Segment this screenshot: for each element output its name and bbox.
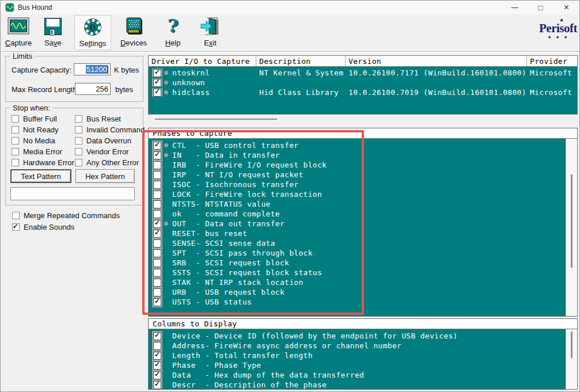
phase-row[interactable]: ✓ CTL - USB control transfer <box>149 140 566 150</box>
phase-checkbox[interactable]: ✓ <box>153 298 161 306</box>
column-row[interactable]: ✓ Phase - Phase Type <box>149 360 566 370</box>
column-checkbox[interactable]: ✓ <box>153 342 161 350</box>
phase-checkbox[interactable]: ✓ <box>153 171 161 179</box>
enable-sounds-checkbox[interactable]: ✓ Enable Sounds <box>12 222 74 233</box>
phase-checkbox[interactable]: ✓ <box>153 269 161 277</box>
columns-scrollbar-thumb[interactable] <box>571 332 573 358</box>
phase-row[interactable]: ✓ IRB - FireWire I/O request block <box>149 160 566 170</box>
devices-button[interactable]: Devices <box>115 15 153 50</box>
phase-checkbox[interactable]: ✓ <box>153 151 161 159</box>
phase-checkbox[interactable]: ✓ <box>153 288 161 296</box>
phase-checkbox[interactable]: ✓ <box>153 230 161 238</box>
phase-checkbox[interactable]: ✓ <box>153 220 161 228</box>
col-description[interactable]: Description <box>256 56 346 66</box>
driver-checkbox[interactable]: ✓ <box>153 89 161 97</box>
phase-row[interactable]: ✓ LOCK - FireWire lock transaction <box>149 189 566 199</box>
phase-row[interactable]: ✓ SRB - SCSI request block <box>149 258 566 268</box>
phase-checkbox[interactable]: ✓ <box>153 249 161 257</box>
capture-button[interactable]: Capture <box>2 15 35 50</box>
stop-when-checkbox-row[interactable]: ✓ Vendor Error <box>75 146 145 157</box>
stop-when-checkbox-row[interactable]: ✓ Buffer Full <box>12 113 74 124</box>
stop-when-checkbox-row[interactable]: ✓ No Media <box>12 135 74 146</box>
exit-door-icon <box>199 15 221 38</box>
col-version[interactable]: Version <box>346 56 527 66</box>
phase-checkbox[interactable]: ✓ <box>153 239 161 248</box>
phase-row[interactable]: ✓ SPT - SCSI pass through block <box>149 248 566 258</box>
svg-text:0: 0 <box>90 22 96 33</box>
phase-checkbox[interactable]: ✓ <box>153 210 161 218</box>
driver-row[interactable]: ✓ ntoskrnl NT Kernel & System 10.0.26100… <box>149 68 577 78</box>
help-button[interactable]: ? ? Help <box>157 15 188 50</box>
col-driver-io[interactable]: Driver I/O to Capture <box>149 56 256 66</box>
stop-when-checkbox-row[interactable]: ✓ Data Overrun <box>75 135 145 146</box>
column-checkbox[interactable]: ✓ <box>153 381 161 389</box>
columns-list: ✓ Device - Device ID (followed by the en… <box>149 331 566 390</box>
phase-row[interactable]: ✓ IRP - NT I/O request packet <box>149 170 566 180</box>
merge-repeated-commands-checkbox[interactable]: ✓ Merge Repeated Commands <box>12 210 120 221</box>
driver-dot-icon <box>164 90 168 94</box>
logo-star-icon: ★ <box>559 17 564 23</box>
columns-vscrollbar[interactable] <box>566 329 577 390</box>
exit-label: Exit <box>204 39 217 47</box>
toolbar-divider <box>1 51 579 53</box>
titlebar: Bus Hound — □ ✕ <box>1 1 579 14</box>
column-row[interactable]: ✓ Address- FireWire async address or cha… <box>149 341 566 351</box>
text-pattern-button[interactable]: Text Pattern <box>10 169 71 183</box>
phase-row[interactable]: ✓ USTS - USB status <box>149 297 566 307</box>
phase-row[interactable]: ✓ STAK - NT IRP stack location <box>149 277 566 287</box>
stop-when-checkbox-row[interactable]: ✓ Invalid Command <box>75 124 145 135</box>
driver-checkbox[interactable]: ✓ <box>153 79 161 87</box>
column-row[interactable]: ✓ Descr - Description of the phase <box>149 380 566 390</box>
col-provider[interactable]: Provider <box>527 56 577 66</box>
phase-row[interactable]: ✓ NTSTS- NTSTATUS value <box>149 199 566 209</box>
phase-checkbox[interactable]: ✓ <box>153 161 161 169</box>
column-row[interactable]: ✓ Length - Total transfer length <box>149 351 566 360</box>
pattern-input[interactable] <box>10 187 135 200</box>
stop-when-checkbox-row[interactable]: ✓ Not Ready <box>12 124 74 135</box>
stop-when-checkbox-row[interactable]: ✓ Bus Reset <box>75 113 145 124</box>
phases-vscrollbar[interactable] <box>566 139 577 317</box>
capture-capacity-unit: K bytes <box>114 66 139 74</box>
phase-row[interactable]: ✓ ok - command complete <box>149 209 566 219</box>
phase-checkbox[interactable]: ✓ <box>153 259 161 267</box>
max-record-length-input[interactable]: 256 <box>75 83 111 95</box>
phase-checkbox[interactable]: ✓ <box>153 200 161 208</box>
column-checkbox[interactable]: ✓ <box>153 371 161 379</box>
driver-row[interactable]: ✓ unknown <box>149 78 577 87</box>
maximize-icon[interactable]: □ <box>528 1 554 14</box>
settings-button[interactable]: 0 Settings <box>74 15 111 50</box>
phase-checkbox[interactable]: ✓ <box>153 142 161 150</box>
stop-when-checkbox-row[interactable]: ✓ Media Error <box>12 146 74 157</box>
capture-capacity-input[interactable]: 51200 <box>74 63 111 75</box>
phase-row[interactable]: ✓ IN - Data in transfer <box>149 150 566 160</box>
driver-table-hscrollbar[interactable] <box>148 116 578 123</box>
save-button[interactable]: Save <box>39 15 67 50</box>
column-row[interactable]: ✓ Data - Hex dump of the data transferre… <box>149 370 566 380</box>
phases-panel: Phases to Capture ✓ CTL - USB control tr… <box>148 128 578 317</box>
phase-row[interactable]: ✓ ISOC - Isochronous transfer <box>149 180 566 189</box>
phase-row[interactable]: ✓ RESET- bus reset <box>149 229 566 238</box>
stop-when-checkbox-row[interactable]: ✓ Hardware Error <box>12 157 74 168</box>
column-checkbox[interactable]: ✓ <box>153 361 161 370</box>
phase-row[interactable]: ✓ OUT - Data out transfer <box>149 219 566 229</box>
column-row[interactable]: ✓ Device - Device ID (followed by the en… <box>149 331 566 341</box>
close-icon[interactable]: ✕ <box>554 1 579 14</box>
exit-button[interactable]: Exit <box>193 15 228 50</box>
phase-row[interactable]: ✓ SSTS - SCSI request block status <box>149 268 566 277</box>
save-floppy-icon <box>44 15 62 38</box>
phase-checkbox[interactable]: ✓ <box>153 279 161 287</box>
hscrollbar-thumb[interactable] <box>155 119 277 120</box>
phase-checkbox[interactable]: ✓ <box>153 191 161 199</box>
column-checkbox[interactable]: ✓ <box>153 332 161 340</box>
driver-checkbox[interactable]: ✓ <box>153 69 161 77</box>
hex-pattern-button[interactable]: Hex Pattern <box>75 169 135 183</box>
phase-row[interactable]: ✓ URB - USB request block <box>149 287 566 297</box>
phases-scrollbar-thumb[interactable] <box>571 174 573 268</box>
window-title: Bus Hound <box>18 3 52 12</box>
phase-checkbox[interactable]: ✓ <box>153 181 161 189</box>
minimize-icon[interactable]: — <box>502 1 528 14</box>
driver-row[interactable]: ✓ hidclass Hid Class Library 10.0.26100.… <box>149 87 577 97</box>
column-checkbox[interactable]: ✓ <box>153 352 161 360</box>
phase-row[interactable]: ✓ SENSE- SCSI sense data <box>149 238 566 248</box>
stop-when-checkbox-row[interactable]: ✓ Any Other Error <box>75 157 145 168</box>
